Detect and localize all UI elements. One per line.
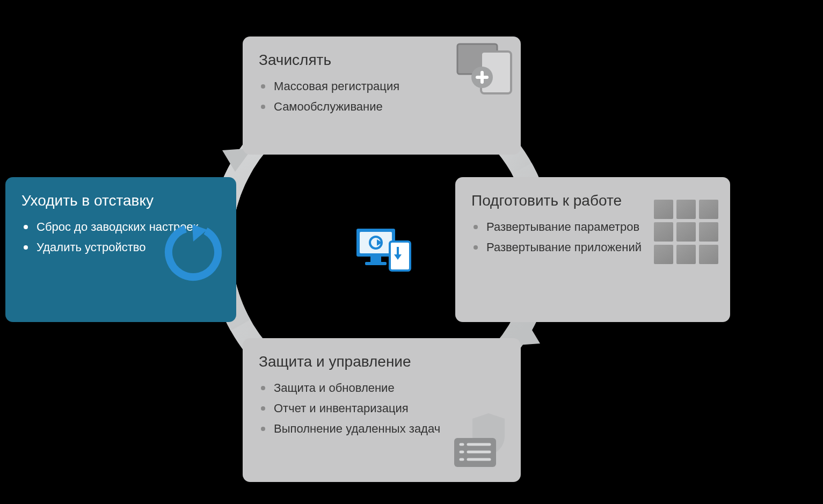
card-retire: Уходить в отставку Сброс до заводских на… — [5, 177, 236, 322]
lifecycle-diagram: Зачислять Массовая регистрация Самообслу… — [0, 0, 823, 504]
svg-rect-21 — [365, 262, 387, 265]
app-grid-icon — [654, 200, 718, 264]
device-management-icon — [354, 225, 413, 268]
list-item: Защита и обновление — [261, 378, 505, 398]
list-item: Самообслуживание — [261, 97, 505, 117]
card-protect-title: Защита и управление — [259, 353, 505, 370]
shield-list-icon — [451, 411, 510, 470]
card-retire-title: Уходить в отставку — [21, 192, 220, 209]
svg-rect-19 — [360, 232, 392, 253]
svg-rect-20 — [370, 257, 381, 262]
card-enroll: Зачислять Массовая регистрация Самообслу… — [243, 36, 521, 155]
devices-plus-icon — [455, 42, 514, 96]
reset-cycle-icon — [161, 220, 225, 284]
svg-rect-26 — [397, 247, 399, 255]
card-provision: Подготовить к работе Развертывание парам… — [455, 177, 730, 322]
svg-rect-8 — [476, 76, 489, 79]
card-protect: Защита и управление Защита и обновление … — [243, 338, 521, 482]
